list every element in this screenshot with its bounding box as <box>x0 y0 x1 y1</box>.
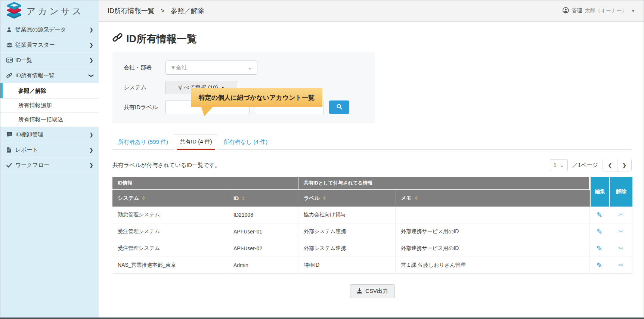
csv-button-label: CSV出力 <box>365 288 388 295</box>
next-page-button[interactable]: ❯ <box>617 159 631 171</box>
brand-logo-icon <box>6 2 22 21</box>
sidebar-item-employee-source[interactable]: 従業員の源泉データ ❯ <box>0 22 99 37</box>
group-header-id-info: ID情報 <box>112 177 298 190</box>
cell-memo: 営１課 佐藤しおりさん管理 <box>396 257 590 274</box>
breadcrumb-section[interactable]: ID所有情報一覧 <box>108 6 155 15</box>
pager-nav: ❮ ❯ <box>603 159 632 171</box>
cell-id: ID21008 <box>228 207 298 223</box>
remove-scissors-icon[interactable]: ✂ <box>618 227 623 236</box>
chevron-down-icon: ⌄ <box>560 163 564 167</box>
document-icon <box>6 147 15 153</box>
sidebar: 従業員の源泉データ ❯ 従業員マスター ❯ ID一覧 ❯ <box>0 22 99 318</box>
sidebar-item-label: ID棚卸管理 <box>15 131 89 138</box>
company-select[interactable]: ▼全社 ⌄ <box>165 61 257 75</box>
user-icon <box>563 7 569 15</box>
cell-system: NAS_営業推進本部_東京 <box>112 257 228 274</box>
chevron-right-icon: ❯ <box>89 162 93 168</box>
chevron-right-icon: ❯ <box>89 147 93 153</box>
sidebar-item-id-ownership[interactable]: ID所有情報一覧 ❯ <box>0 68 99 83</box>
user-name: 太郎（オーナー） <box>585 7 627 14</box>
sort-icon <box>323 195 326 201</box>
csv-export-button[interactable]: CSV出力 <box>350 284 395 298</box>
chevron-down-icon: ⌄ <box>248 66 253 69</box>
sidebar-item-report[interactable]: レポート ❯ <box>0 142 99 158</box>
prev-page-button[interactable]: ❮ <box>603 159 617 171</box>
sidebar-item-workflow[interactable]: ワークフロー ❯ <box>0 158 99 173</box>
cell-system: 受注管理システム <box>112 223 228 240</box>
sort-icon <box>415 195 418 201</box>
table-row: 勤怠管理システム ID21008 協力会社向け貸与 ✎ ✂ <box>112 207 632 223</box>
sidebar-subitem-add-ownership[interactable]: 所有情報追加 <box>0 99 99 113</box>
edit-pencil-icon[interactable]: ✎ <box>597 211 603 219</box>
sidebar-subitem-label: 所有情報追加 <box>18 102 52 109</box>
column-header-system[interactable]: システム <box>112 190 228 207</box>
list-description: 共有ラベルが付与されているID一覧です。 <box>112 162 220 169</box>
comment-icon <box>6 132 15 137</box>
table-row: 受注管理システム API-User-02 外部システム連携 外部連携サービス用の… <box>112 240 632 257</box>
user-menu[interactable]: 管理 太郎（オーナー） ▼ <box>563 7 635 15</box>
chevron-right-icon: ❯ <box>89 58 93 63</box>
edit-pencil-icon[interactable]: ✎ <box>597 244 603 253</box>
tab-bar: 所有者あり (599 件) 共有ID (4 件) 所有者なし (4 件) <box>112 134 632 150</box>
sidebar-item-employee-master[interactable]: 従業員マスター ❯ <box>0 37 99 53</box>
edit-pencil-icon[interactable]: ✎ <box>597 227 603 236</box>
cell-id: API-User-01 <box>228 223 298 240</box>
chevron-left-icon: ❮ <box>608 162 612 168</box>
remove-scissors-icon[interactable]: ✂ <box>618 261 623 269</box>
sidebar-subitem-label: 所有情報一括取込 <box>18 116 63 123</box>
header-bar: ID所有情報一覧 > 参照／解除 管理 太郎（オーナー） ▼ <box>99 0 644 22</box>
link-icon <box>112 32 123 45</box>
remove-scissors-icon[interactable]: ✂ <box>618 211 623 219</box>
sidebar-item-label: 従業員マスター <box>15 41 89 49</box>
cell-system: 勤怠管理システム <box>112 207 228 223</box>
chevron-right-icon: ❯ <box>89 132 93 137</box>
tab-shared-id[interactable]: 共有ID (4 件) <box>174 134 218 150</box>
id-card-icon <box>6 58 15 63</box>
cell-memo <box>396 207 590 223</box>
edit-pencil-icon[interactable]: ✎ <box>597 261 603 270</box>
sidebar-item-id-inventory[interactable]: ID棚卸管理 ❯ <box>0 127 99 142</box>
page-title: ID所有情報一覧 <box>112 32 632 46</box>
sort-icon <box>242 196 245 202</box>
table-row: NAS_営業推進本部_東京 Admin 特権ID 営１課 佐藤しおりさん管理 ✎… <box>112 257 632 274</box>
sidebar-subitem-bulk-import[interactable]: 所有情報一括取込 <box>0 113 99 127</box>
chevron-down-icon: ❯ <box>89 74 94 78</box>
sidebar-subitem-view-release[interactable]: 参照／解除 <box>0 83 99 99</box>
list-header: 共有ラベルが付与されているID一覧です。 1 ⌄ ／1ページ ❮ ❯ <box>112 159 632 171</box>
sidebar-item-label: レポート <box>15 146 89 154</box>
sidebar-item-label: ID一覧 <box>15 57 89 64</box>
tab-with-owner[interactable]: 所有者あり (599 件) <box>112 135 174 149</box>
chevron-right-icon: ❯ <box>89 42 93 48</box>
app-window: アカンサス ID所有情報一覧 > 参照／解除 管理 太郎（オーナー） ▼ <box>0 0 644 319</box>
sidebar-item-label: ワークフロー <box>15 162 89 169</box>
chevron-right-icon: ❯ <box>89 27 93 32</box>
column-header-id[interactable]: ID <box>228 190 298 207</box>
search-button[interactable] <box>329 100 349 114</box>
company-filter-label: 会社・部署 <box>124 64 165 71</box>
shared-label-filter-label: 共有IDラベル <box>124 104 165 111</box>
column-header-memo[interactable]: メモ <box>396 190 590 207</box>
csv-button-row: CSV出力 <box>112 284 632 298</box>
check-icon <box>6 163 15 168</box>
search-icon <box>336 103 343 111</box>
breadcrumb-page: 参照／解除 <box>171 6 204 15</box>
filter-row-company: 会社・部署 ▼全社 ⌄ <box>124 61 363 75</box>
user-role: 管理 <box>572 7 582 14</box>
shared-id-tooltip: 特定の個人に紐づかないアカウント一覧 <box>191 88 322 107</box>
breadcrumb: ID所有情報一覧 > 参照／解除 <box>108 6 204 15</box>
tab-no-owner[interactable]: 所有者なし (4 件) <box>218 135 273 149</box>
column-header-remove: 解除 <box>609 177 632 207</box>
logo-area[interactable]: アカンサス <box>0 0 99 22</box>
pagination: 1 ⌄ ／1ページ ❮ ❯ <box>550 159 632 171</box>
users-icon <box>6 42 15 48</box>
cell-system: 受注管理システム <box>112 240 228 257</box>
cell-label: 協力会社向け貸与 <box>298 207 396 223</box>
page-select[interactable]: 1 ⌄ <box>550 159 568 171</box>
cell-id: Admin <box>228 257 298 274</box>
cell-label: 特権ID <box>298 257 396 274</box>
remove-scissors-icon[interactable]: ✂ <box>618 244 623 253</box>
column-header-label[interactable]: ラベル <box>298 190 396 207</box>
link-icon <box>6 72 15 78</box>
breadcrumb-separator: > <box>161 7 165 15</box>
sidebar-item-id-list[interactable]: ID一覧 ❯ <box>0 53 99 68</box>
